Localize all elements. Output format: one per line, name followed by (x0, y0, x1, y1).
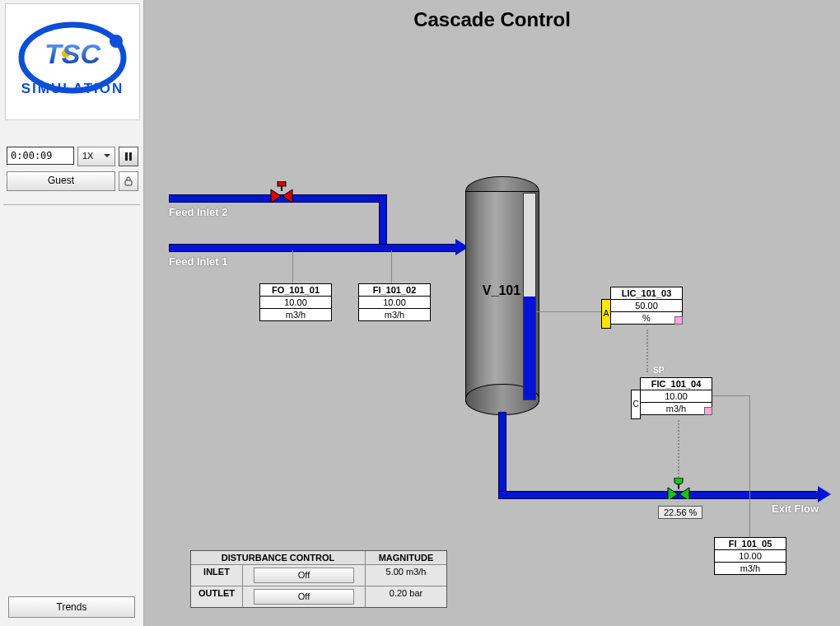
dist-title: DISTURBANCE CONTROL (191, 551, 366, 564)
tag-unit: m3/h (260, 309, 331, 320)
tag-name: FIC_101_04 (641, 378, 712, 390)
dist-row-label: OUTLET (191, 586, 243, 607)
corner-marker (674, 316, 683, 325)
speed-select[interactable]: 1X (77, 147, 115, 166)
tag-fo101[interactable]: FO_101_01 10.00 m3/h (259, 283, 332, 321)
dist-mag-title: MAGNITUDE (366, 551, 446, 564)
valve-feed2[interactable] (269, 181, 294, 203)
svg-marker-10 (271, 189, 281, 203)
tag-unit: % (611, 312, 682, 324)
svg-rect-6 (129, 152, 132, 161)
svg-rect-8 (278, 181, 286, 186)
tag-val: 10.00 (359, 297, 430, 309)
mode-lic: A (601, 299, 611, 329)
svg-rect-7 (125, 180, 132, 185)
line-fic-a (712, 395, 750, 396)
tag-val: 10.00 (260, 297, 331, 309)
svg-marker-14 (679, 488, 689, 499)
svg-text:TSC: TSC (44, 38, 100, 69)
corner-marker (704, 407, 712, 415)
valve-red-icon (269, 181, 294, 203)
line-lic (536, 311, 602, 312)
tag-unit: m3/h (641, 403, 712, 414)
dist-outlet-toggle[interactable]: Off (243, 586, 366, 607)
tag-name: FI_101_05 (715, 538, 786, 550)
svg-rect-5 (125, 152, 128, 161)
mode-fic: C (631, 390, 641, 419)
svg-marker-13 (668, 488, 678, 499)
svg-point-1 (110, 35, 123, 48)
line-fo101 (292, 250, 293, 283)
tag-lic103[interactable]: LIC_101_03 50.00 % (610, 287, 683, 325)
valve-outlet-readout: 22.56 % (658, 506, 702, 519)
tag-fic104[interactable]: FIC_101_04 10.00 m3/h (640, 377, 712, 415)
dash-lic-fic (646, 329, 648, 372)
pipe-out-h (498, 491, 823, 499)
tag-name: FI_101_02 (359, 284, 430, 297)
label-feed2: Feed Inlet 2 (169, 206, 228, 218)
line-fic-b (749, 395, 750, 537)
tag-name: LIC_101_03 (611, 287, 682, 300)
tag-fi102[interactable]: FI_101_02 10.00 m3/h (358, 283, 431, 321)
disturbance-table: DISTURBANCE CONTROL MAGNITUDE INLET Off … (190, 550, 447, 608)
level-fill (524, 297, 535, 399)
pipe-out-v (498, 412, 506, 499)
arrow-exit (818, 486, 839, 502)
pipe-feed1 (169, 244, 460, 252)
page-title: Cascade Control (144, 8, 840, 31)
tag-fi105[interactable]: FI_101_05 10.00 m3/h (714, 537, 786, 575)
label-exit: Exit Flow (772, 502, 819, 515)
svg-text:SIMULATION: SIMULATION (21, 81, 124, 96)
dash-fic-valve (678, 420, 679, 478)
lock-icon (124, 176, 133, 186)
pipe-feed2-v (379, 194, 387, 250)
logo: TSC SIMULATION (5, 3, 140, 120)
tag-val: 50.00 (611, 300, 682, 312)
sidebar: TSC SIMULATION 0:00:09 1X Guest Trends (0, 0, 144, 626)
label-sp: SP (653, 366, 664, 375)
pause-button[interactable] (119, 147, 138, 166)
trends-button[interactable]: Trends (8, 596, 135, 618)
level-gauge (523, 193, 536, 400)
dist-outlet-mag: 0.20 bar (366, 586, 446, 607)
lock-button[interactable] (119, 171, 138, 191)
user-button[interactable]: Guest (7, 171, 115, 191)
valve-outlet[interactable] (666, 478, 691, 499)
dist-inlet-toggle[interactable]: Off (243, 565, 366, 586)
line-fi102 (391, 250, 392, 283)
pause-icon (124, 152, 133, 161)
tag-name: FO_101_01 (260, 284, 331, 297)
tag-unit: m3/h (715, 563, 786, 574)
label-feed1: Feed Inlet 1 (169, 255, 228, 268)
logo-svg: TSC SIMULATION (11, 12, 134, 111)
sim-time: 0:00:09 (7, 147, 74, 165)
tag-val: 10.00 (641, 390, 712, 403)
tag-unit: m3/h (359, 309, 430, 320)
process-canvas: Cascade Control Feed Inlet 2 Feed Inlet … (144, 0, 840, 626)
svg-marker-11 (282, 189, 292, 203)
dist-inlet-mag: 5.00 m3/h (366, 565, 446, 586)
dist-row-label: INLET (191, 565, 243, 586)
valve-green-icon (666, 478, 691, 499)
sidebar-divider (3, 204, 140, 205)
sim-controls: 0:00:09 1X Guest (7, 147, 138, 196)
tag-val: 10.00 (715, 550, 786, 563)
